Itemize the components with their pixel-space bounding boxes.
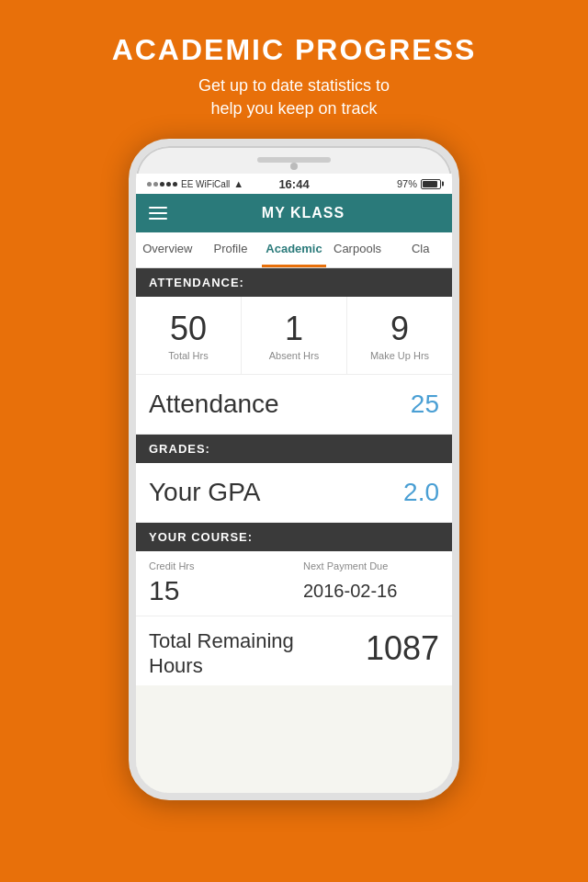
next-payment-field-label: Next Payment Due [303,560,439,571]
stat-makeup-hrs: 9 Make Up Hrs [347,297,452,374]
credit-hrs-col: Credit Hrs 15 [149,560,285,606]
attendance-summary-label: Attendance [149,390,279,419]
phone-screen: EE WiFiCall ▲ 16:44 97% MY KLASS Overvie… [136,174,452,793]
gpa-row: Your GPA 2.0 [136,463,452,523]
tab-bar: Overview Profile Academic Carpools Cla [136,232,452,268]
tab-overview[interactable]: Overview [136,232,199,267]
page-title: ACADEMIC PROGRESS [112,33,477,67]
tab-profile[interactable]: Profile [199,232,263,267]
header-section: ACADEMIC PROGRESS Get up to date statist… [112,0,477,139]
content-area: ATTENDANCE: 50 Total Hrs 1 Absent Hrs 9 … [136,268,452,793]
stat-absent-number: 1 [249,310,339,348]
battery-icon [421,179,441,189]
attendance-section-header: ATTENDANCE: [136,268,452,297]
stat-total-hrs: 50 Total Hrs [136,297,242,374]
next-payment-col: Next Payment Due 2016-02-16 [303,560,439,606]
hamburger-button[interactable] [149,207,167,220]
page-subtitle: Get up to date statistics tohelp you kee… [112,74,477,120]
carrier-label: EE WiFiCall [181,179,230,189]
stat-total-number: 50 [143,310,233,348]
stat-makeup-number: 9 [355,310,445,348]
total-remaining-value: 1087 [366,629,439,668]
stat-absent-hrs: 1 Absent Hrs [242,297,347,374]
battery-percent: 97% [397,178,417,189]
status-left: EE WiFiCall ▲ [147,178,243,189]
stat-absent-label: Absent Hrs [249,350,339,361]
stat-makeup-label: Make Up Hrs [355,350,445,361]
next-payment-value: 2016-02-16 [303,575,439,602]
credit-hrs-field-label: Credit Hrs [149,560,285,571]
course-info-grid: Credit Hrs 15 Next Payment Due 2016-02-1… [136,551,452,616]
phone-mockup: EE WiFiCall ▲ 16:44 97% MY KLASS Overvie… [129,139,459,800]
status-bar: EE WiFiCall ▲ 16:44 97% [136,174,452,194]
total-remaining-row: Total RemainingHours 1087 [136,616,452,685]
tab-classes[interactable]: Cla [389,232,452,267]
credit-hrs-value: 15 [149,575,285,606]
attendance-summary-value: 25 [411,390,439,419]
nav-title: MY KLASS [167,205,439,221]
course-section-header: YOUR COURSE: [136,523,452,551]
attendance-summary-row: Attendance 25 [136,375,452,435]
attendance-stats-row: 50 Total Hrs 1 Absent Hrs 9 Make Up Hrs [136,297,452,375]
status-time: 16:44 [278,177,309,191]
tab-carpools[interactable]: Carpools [326,232,390,267]
gpa-label: Your GPA [149,478,260,507]
wifi-icon: ▲ [233,178,243,189]
tab-academic[interactable]: Academic [262,232,325,267]
total-remaining-label: Total RemainingHours [149,629,294,678]
status-right: 97% [397,178,441,189]
nav-bar: MY KLASS [136,194,452,232]
grades-section-header: GRADES: [136,435,452,463]
stat-total-label: Total Hrs [143,350,233,361]
gpa-value: 2.0 [403,478,439,507]
